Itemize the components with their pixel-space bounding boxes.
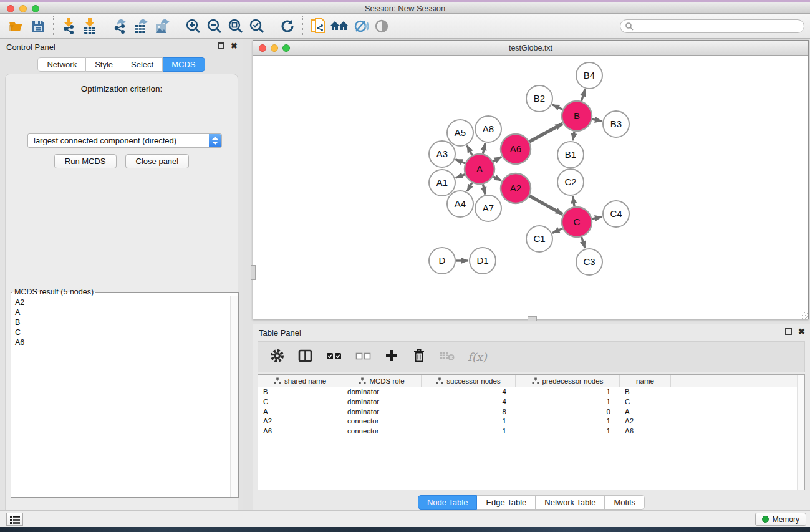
- run-mcds-button[interactable]: Run MCDS: [54, 154, 117, 168]
- task-history-button[interactable]: [6, 513, 23, 526]
- graph-node-A1[interactable]: A1: [429, 170, 455, 196]
- graph-edge-C-C1[interactable]: [552, 228, 562, 233]
- graph-edge-B-B1[interactable]: [573, 132, 574, 141]
- table-settings-icon[interactable]: [269, 348, 285, 366]
- table-cell[interactable]: 1: [516, 417, 620, 427]
- graph-node-A5[interactable]: A5: [447, 120, 473, 146]
- table-cell[interactable]: A: [620, 407, 671, 417]
- tab-node-table[interactable]: Node Table: [418, 495, 478, 510]
- mcds-result-item[interactable]: A6: [15, 337, 234, 347]
- table-cell[interactable]: B: [258, 387, 342, 397]
- table-cell[interactable]: B: [620, 387, 671, 397]
- graph-node-A6[interactable]: A6: [501, 134, 531, 164]
- graph-node-A2[interactable]: A2: [501, 173, 531, 203]
- add-column-icon[interactable]: [384, 348, 399, 365]
- deselect-all-rows-icon[interactable]: [355, 348, 372, 366]
- splitter-handle[interactable]: [528, 316, 537, 321]
- mcds-result-item[interactable]: B: [15, 317, 234, 327]
- graph-node-B3[interactable]: B3: [603, 111, 629, 137]
- mcds-result-item[interactable]: A2: [15, 297, 234, 307]
- graph-edge-A2-C[interactable]: [529, 196, 562, 214]
- table-cell[interactable]: A6: [258, 427, 342, 437]
- column-header-name[interactable]: name: [620, 375, 671, 387]
- network-canvas[interactable]: B4B2BB3A8A5A6A3B1AC2A1A2A4A7C4CC1C3DD1: [253, 56, 808, 319]
- table-cell[interactable]: C: [620, 397, 671, 407]
- table-cell[interactable]: dominator: [342, 407, 422, 417]
- tab-network-table[interactable]: Network Table: [536, 495, 605, 510]
- graph-node-B[interactable]: B: [562, 101, 592, 131]
- result-list-scrollbar[interactable]: [230, 296, 238, 497]
- mcds-result-item[interactable]: A: [15, 307, 234, 317]
- criterion-dropdown[interactable]: largest connected component (directed): [27, 133, 222, 148]
- import-network-icon[interactable]: [58, 16, 79, 36]
- splitter-handle[interactable]: [251, 265, 256, 280]
- graph-edge-A-A2[interactable]: [493, 177, 501, 181]
- graph-node-C1[interactable]: C1: [526, 226, 552, 252]
- float-panel-icon[interactable]: [218, 42, 224, 49]
- network-graph[interactable]: B4B2BB3A8A5A6A3B1AC2A1A2A4A7C4CC1C3DD1: [253, 56, 808, 319]
- table-cell[interactable]: 0: [516, 407, 620, 417]
- tab-network[interactable]: Network: [37, 57, 86, 72]
- show-graphics-details-icon[interactable]: [371, 16, 392, 36]
- graph-edge-A-A3[interactable]: [455, 160, 465, 163]
- table-cell[interactable]: A: [258, 407, 342, 417]
- graph-edge-C-C2[interactable]: [573, 196, 575, 207]
- column-header-predecessor-nodes[interactable]: predecessor nodes: [516, 375, 620, 387]
- zoom-out-icon[interactable]: [204, 16, 225, 36]
- table-cell[interactable]: 1: [516, 387, 620, 397]
- zoom-fit-icon[interactable]: [225, 16, 246, 36]
- table-cell[interactable]: dominator: [342, 387, 422, 397]
- column-header-MCDS-role[interactable]: MCDS role: [342, 375, 422, 387]
- graph-edge-A-A8[interactable]: [483, 143, 485, 153]
- mcds-result-item[interactable]: C: [15, 327, 234, 337]
- graph-edge-A-A7[interactable]: [483, 184, 485, 194]
- graph-node-C2[interactable]: C2: [557, 169, 584, 195]
- graph-edge-A6-B[interactable]: [529, 123, 562, 142]
- graph-edge-B-B2[interactable]: [552, 105, 563, 110]
- search-field[interactable]: [620, 19, 804, 33]
- table-row[interactable]: A2connector11A2: [258, 417, 804, 427]
- table-cell[interactable]: 4: [422, 387, 516, 397]
- graph-edge-B-B3[interactable]: [592, 119, 602, 121]
- table-cell[interactable]: A6: [620, 427, 671, 437]
- delete-column-icon[interactable]: [412, 347, 427, 366]
- tab-motifs[interactable]: Motifs: [605, 495, 645, 510]
- table-cell[interactable]: connector: [342, 417, 422, 427]
- table-cell[interactable]: A2: [258, 417, 342, 427]
- graph-node-A3[interactable]: A3: [429, 141, 455, 167]
- tab-select[interactable]: Select: [122, 57, 163, 72]
- graph-edge-B-B4[interactable]: [581, 89, 585, 101]
- column-visibility-icon[interactable]: [297, 348, 313, 366]
- table-cell[interactable]: dominator: [342, 397, 422, 407]
- table-cell[interactable]: connector: [342, 427, 422, 437]
- table-scrollbar[interactable]: [797, 375, 804, 490]
- graph-node-C4[interactable]: C4: [603, 201, 629, 227]
- network-window-titlebar[interactable]: testGlobe.txt: [253, 41, 808, 56]
- graph-node-C3[interactable]: C3: [576, 249, 602, 275]
- table-row[interactable]: Bdominator41B: [258, 387, 804, 397]
- table-row[interactable]: Adominator80A: [258, 407, 804, 417]
- table-cell[interactable]: A2: [620, 417, 671, 427]
- column-header-shared-name[interactable]: shared name: [258, 375, 342, 387]
- float-panel-icon[interactable]: [785, 328, 792, 335]
- memory-button[interactable]: Memory: [755, 513, 806, 526]
- save-session-icon[interactable]: [27, 16, 49, 36]
- export-image-icon[interactable]: [152, 16, 173, 36]
- tab-mcds[interactable]: MCDS: [163, 57, 205, 72]
- graph-node-A4[interactable]: A4: [447, 191, 473, 217]
- column-header-successor-nodes[interactable]: successor nodes: [422, 375, 516, 387]
- table-cell[interactable]: 1: [422, 427, 516, 437]
- table-cell[interactable]: 1: [422, 417, 516, 427]
- graph-edge-A-A5[interactable]: [467, 145, 472, 155]
- close-panel-button[interactable]: Close panel: [125, 154, 190, 168]
- graph-edge-A-A4[interactable]: [467, 183, 472, 191]
- graph-edge-C-C4[interactable]: [592, 217, 602, 219]
- graph-node-B1[interactable]: B1: [557, 142, 584, 168]
- table-cell[interactable]: 1: [516, 427, 620, 437]
- close-panel-icon[interactable]: ✖: [798, 328, 805, 335]
- tab-edge-table[interactable]: Edge Table: [477, 495, 536, 510]
- graph-edge-A-A1[interactable]: [456, 175, 465, 178]
- graph-edge-A-A6[interactable]: [493, 157, 501, 162]
- export-table-icon[interactable]: [131, 16, 152, 36]
- import-table-icon[interactable]: [79, 16, 100, 36]
